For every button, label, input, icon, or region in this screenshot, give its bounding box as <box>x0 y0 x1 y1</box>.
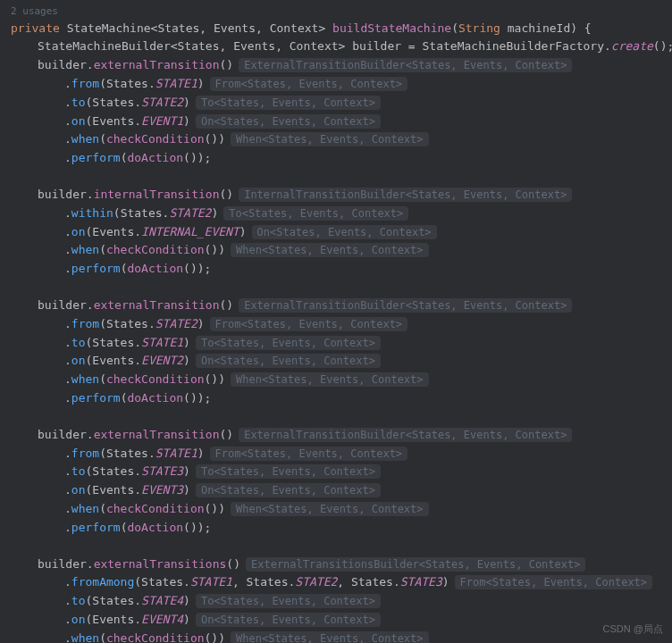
punct: . <box>64 114 71 128</box>
blank-line <box>0 408 672 426</box>
blank-line <box>0 538 672 555</box>
punct: (); <box>653 39 672 53</box>
punct: () <box>220 298 234 312</box>
punct: . <box>64 354 71 367</box>
code-line[interactable]: .from(States.STATE1)From<States, Events,… <box>0 445 672 463</box>
type-hint: ExternalTransitionsBuilder<States, Event… <box>246 557 585 572</box>
punct: . <box>183 575 190 589</box>
punct: . <box>64 613 71 626</box>
generic: States <box>178 39 220 53</box>
code-line[interactable]: .to(States.STATE4)To<States, Events, Con… <box>0 592 672 611</box>
code-line[interactable]: .on(Events.INTERNAL_EVENT)On<States, Eve… <box>0 223 672 242</box>
punct: ) <box>197 447 205 460</box>
punct: ) <box>183 114 190 128</box>
action-fn: doAction <box>127 151 183 164</box>
code-line[interactable]: .when(checkCondition())When<States, Even… <box>0 130 672 149</box>
punct: . <box>148 447 155 460</box>
code-line[interactable]: builder.externalTransitions()ExternalTra… <box>0 555 672 574</box>
enum-class: States <box>121 206 163 220</box>
type-hint: To<States, Events, Context> <box>196 594 381 608</box>
code-line[interactable]: .when(checkCondition())When<States, Even… <box>0 630 672 643</box>
enum-value: INTERNAL_EVENT <box>141 225 239 238</box>
param-type: String <box>458 21 500 35</box>
enum-value: STATE1 <box>155 447 197 460</box>
code-line[interactable]: .when(checkCondition())When<States, Even… <box>0 500 672 519</box>
code-line[interactable]: .to(States.STATE1)To<States, Events, Con… <box>0 334 672 353</box>
code-line[interactable]: .fromAmong(States.STATE1, States.STATE2,… <box>0 573 672 592</box>
type-hint: On<States, Events, Context> <box>252 225 437 239</box>
punct: . <box>64 96 71 109</box>
punct: . <box>604 39 611 53</box>
action-fn: doAction <box>127 262 183 275</box>
code-line[interactable]: .on(Events.EVENT2)On<States, Events, Con… <box>0 352 672 371</box>
condition-fn: checkCondition <box>106 631 205 643</box>
code-line[interactable]: .on(Events.EVENT3)On<States, Events, Con… <box>0 481 672 500</box>
to-call: to <box>71 594 86 607</box>
return-type: StateMachine <box>67 21 151 35</box>
punct: () <box>220 188 234 201</box>
type-hint: On<States, Events, Context> <box>196 483 381 497</box>
punct: ( <box>99 631 106 643</box>
punct: . <box>64 594 71 607</box>
code-line[interactable]: .perform(doAction()); <box>0 519 672 538</box>
code-line[interactable]: builder.externalTransition()ExternalTran… <box>0 56 672 75</box>
enum-value: EVENT1 <box>141 114 183 128</box>
code-line[interactable]: private StateMachine<States, Events, Con… <box>0 20 672 38</box>
keyword-private: private <box>11 21 60 35</box>
code-line[interactable]: .on(Events.EVENT1)On<States, Events, Con… <box>0 113 672 131</box>
param-name: machineId <box>508 21 570 35</box>
punct: ) <box>442 575 449 589</box>
code-line[interactable]: .to(States.STATE2)To<States, Events, Con… <box>0 94 672 113</box>
punct: . <box>64 372 71 386</box>
code-line[interactable]: .from(States.STATE2)From<States, Events,… <box>0 315 672 334</box>
builder-var: builder <box>38 557 87 571</box>
punct: . <box>64 447 71 460</box>
punct: () <box>226 557 240 571</box>
punct: ( <box>451 21 458 35</box>
code-line[interactable]: .perform(doAction()); <box>0 389 672 408</box>
perform-call: perform <box>71 262 121 275</box>
code-line[interactable]: StateMachineBuilder<States, Events, Cont… <box>0 38 672 56</box>
punct: ()); <box>183 262 211 275</box>
punct: . <box>134 336 141 349</box>
punct: ) <box>183 483 190 497</box>
type-hint: From<States, Events, Context> <box>210 77 408 91</box>
code-line[interactable]: .perform(doAction()); <box>0 260 672 279</box>
code-line[interactable]: builder.externalTransition()ExternalTran… <box>0 296 672 315</box>
punct: ()) <box>205 372 225 386</box>
enum-class: States <box>92 336 134 349</box>
enum-class: States <box>106 317 148 330</box>
code-line[interactable]: .when(checkCondition())When<States, Even… <box>0 241 672 260</box>
punct: . <box>64 575 71 589</box>
punct: () <box>220 428 234 441</box>
punct: ( <box>113 206 121 220</box>
punct: ( <box>99 317 106 330</box>
blank-line <box>0 279 672 296</box>
code-line[interactable]: .from(States.STATE1)From<States, Events,… <box>0 75 672 94</box>
when-call: when <box>71 631 99 643</box>
code-line[interactable]: .perform(doAction()); <box>0 149 672 168</box>
punct: . <box>393 575 400 589</box>
type-hint: To<States, Events, Context> <box>223 206 408 221</box>
punct: ()) <box>205 243 225 256</box>
code-line[interactable]: builder.externalTransition()ExternalTran… <box>0 426 672 445</box>
generic: Context <box>270 21 319 35</box>
condition-fn: checkCondition <box>106 372 205 386</box>
punct: < <box>171 39 178 53</box>
enum-class: Events <box>92 114 134 128</box>
punct: . <box>64 317 71 330</box>
punct: ( <box>99 502 106 515</box>
code-line[interactable]: .on(Events.EVENT4)On<States, Events, Con… <box>0 611 672 630</box>
punct: ( <box>99 243 106 256</box>
code-line[interactable]: .within(States.STATE2)To<States, Events,… <box>0 205 672 223</box>
code-line[interactable]: builder.internalTransition()InternalTran… <box>0 186 672 205</box>
action-fn: doAction <box>127 521 183 534</box>
code-line[interactable]: .to(States.STATE3)To<States, Events, Con… <box>0 463 672 481</box>
action-fn: doAction <box>127 391 183 405</box>
condition-fn: checkCondition <box>106 502 205 515</box>
enum-class: States <box>92 594 134 607</box>
type-hint: To<States, Events, Context> <box>196 96 381 110</box>
type-hint: On<States, Events, Context> <box>196 354 381 368</box>
code-line[interactable]: .when(checkCondition())When<States, Even… <box>0 371 672 389</box>
punct: ) <box>183 464 190 478</box>
